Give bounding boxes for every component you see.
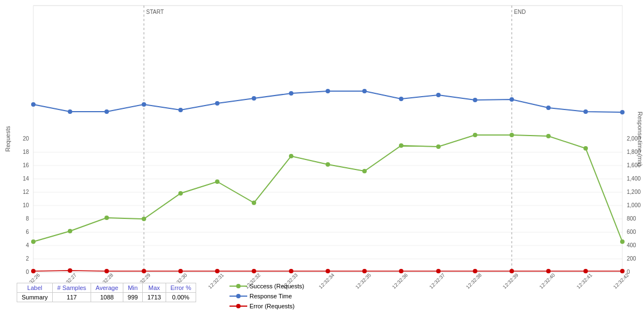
svg-text:12:32:39: 12:32:39 — [502, 272, 520, 290]
svg-text:8: 8 — [26, 216, 29, 222]
svg-point-68 — [436, 144, 441, 149]
svg-text:600: 600 — [627, 229, 636, 235]
cell-max: 1713 — [143, 293, 166, 302]
svg-point-70 — [510, 133, 514, 137]
svg-text:10: 10 — [23, 202, 29, 208]
svg-text:1,200: 1,200 — [627, 189, 641, 195]
svg-point-71 — [546, 134, 551, 138]
svg-point-69 — [473, 133, 477, 137]
svg-point-93 — [104, 269, 109, 273]
col-samples: # Samples — [53, 283, 91, 293]
svg-text:1,000: 1,000 — [627, 202, 641, 208]
svg-point-99 — [326, 269, 330, 273]
svg-point-76 — [104, 109, 109, 114]
svg-point-107 — [620, 269, 625, 273]
svg-point-91 — [31, 269, 36, 273]
cell-average: 1088 — [91, 293, 123, 302]
svg-text:START: START — [146, 9, 164, 15]
svg-text:12:32:38: 12:32:38 — [465, 272, 483, 290]
svg-point-57 — [31, 239, 36, 244]
svg-point-65 — [326, 162, 330, 167]
svg-text:12: 12 — [23, 189, 29, 195]
legend-items: Success (Requests) Response Time — [229, 283, 304, 309]
table-row: Summary 117 1088 999 1713 0.00% — [17, 293, 196, 302]
svg-point-97 — [252, 269, 256, 273]
svg-text:2: 2 — [26, 256, 29, 262]
svg-point-77 — [142, 102, 146, 107]
svg-text:0: 0 — [26, 269, 29, 275]
svg-point-88 — [546, 106, 551, 110]
svg-point-85 — [436, 93, 441, 97]
col-max: Max — [143, 283, 166, 293]
svg-text:12:32:36: 12:32:36 — [391, 272, 409, 290]
svg-text:4: 4 — [26, 242, 29, 248]
svg-text:12:32:40: 12:32:40 — [538, 272, 556, 290]
svg-text:12:32:37: 12:32:37 — [428, 272, 446, 290]
svg-point-81 — [289, 91, 293, 96]
legend-error: Error (Requests) — [229, 303, 304, 309]
svg-point-87 — [510, 97, 514, 102]
svg-point-109 — [236, 284, 241, 288]
svg-text:12:32:41: 12:32:41 — [576, 272, 593, 290]
svg-point-89 — [583, 109, 588, 114]
svg-point-82 — [326, 89, 330, 93]
svg-point-95 — [178, 269, 183, 273]
svg-text:END: END — [514, 9, 526, 15]
col-min: Min — [123, 283, 142, 293]
svg-point-100 — [362, 269, 367, 273]
cell-samples: 117 — [53, 293, 91, 302]
svg-text:1,400: 1,400 — [627, 176, 641, 182]
svg-text:12:32:42: 12:32:42 — [612, 272, 630, 290]
legend-response-time: Response Time — [229, 293, 304, 299]
svg-text:6: 6 — [26, 229, 29, 235]
cell-error-pct: 0.00% — [166, 293, 196, 302]
svg-point-96 — [215, 269, 219, 273]
cell-label: Summary — [17, 293, 53, 302]
svg-point-83 — [362, 89, 367, 93]
main-chart: 0 2 4 6 8 10 12 14 16 18 20 Requests 0 2… — [0, 0, 644, 315]
svg-point-90 — [620, 110, 625, 114]
svg-point-66 — [362, 169, 367, 173]
svg-point-111 — [236, 294, 241, 298]
legend-table-area: Label # Samples Average Min Max Error % … — [17, 283, 304, 309]
svg-point-61 — [178, 191, 183, 196]
chart-container: 0 2 4 6 8 10 12 14 16 18 20 Requests 0 2… — [0, 0, 644, 315]
svg-text:18: 18 — [23, 149, 29, 155]
svg-text:400: 400 — [627, 242, 636, 248]
svg-text:12:32:34: 12:32:34 — [318, 272, 336, 290]
svg-point-84 — [399, 97, 403, 101]
svg-text:800: 800 — [627, 216, 636, 222]
col-label: Label — [17, 283, 53, 293]
svg-point-59 — [104, 216, 109, 220]
svg-point-106 — [583, 269, 588, 273]
svg-point-75 — [68, 109, 72, 114]
svg-point-62 — [215, 179, 219, 184]
legend-response-time-label: Response Time — [249, 293, 292, 299]
svg-point-79 — [215, 101, 219, 106]
svg-point-60 — [142, 217, 146, 221]
svg-point-74 — [31, 102, 36, 107]
svg-point-92 — [68, 268, 72, 273]
svg-point-104 — [510, 269, 514, 273]
svg-point-102 — [436, 269, 441, 273]
svg-text:20: 20 — [23, 136, 29, 142]
col-average: Average — [91, 283, 123, 293]
cell-min: 999 — [123, 293, 142, 302]
svg-point-86 — [473, 98, 477, 102]
svg-point-98 — [289, 269, 293, 273]
svg-point-72 — [583, 146, 588, 151]
svg-point-105 — [546, 269, 551, 273]
svg-text:Response time (ms): Response time (ms) — [637, 112, 643, 166]
summary-table: Label # Samples Average Min Max Error % … — [17, 283, 196, 302]
col-error: Error % — [166, 283, 196, 293]
svg-point-63 — [252, 201, 256, 205]
svg-text:12:32:35: 12:32:35 — [355, 272, 372, 290]
svg-point-58 — [68, 229, 72, 233]
svg-point-101 — [399, 269, 403, 273]
svg-point-64 — [289, 154, 293, 158]
svg-point-67 — [399, 143, 403, 148]
svg-text:200: 200 — [627, 256, 636, 262]
svg-point-103 — [473, 269, 477, 273]
legend-error-label: Error (Requests) — [249, 303, 294, 309]
svg-text:16: 16 — [23, 162, 29, 168]
